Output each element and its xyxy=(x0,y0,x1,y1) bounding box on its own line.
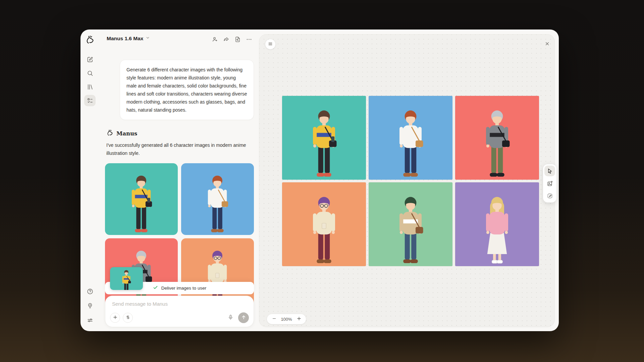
input-toolbar xyxy=(110,312,249,323)
generated-image-boy-gray-vest[interactable] xyxy=(455,96,539,180)
sidebar-item-whats-new[interactable] xyxy=(84,300,96,311)
help-icon xyxy=(87,288,94,295)
manus-logo xyxy=(106,129,113,136)
ellipsis-icon xyxy=(246,36,252,43)
generated-image-boy-yellow-jacket[interactable] xyxy=(282,96,366,180)
image-plus-icon xyxy=(547,180,553,187)
person-plus-icon xyxy=(212,36,218,43)
canvas-panel: 100% xyxy=(259,34,555,327)
sidebar-item-search[interactable] xyxy=(84,67,96,79)
generated-image-girl-white-shirt[interactable] xyxy=(369,96,452,180)
message-input[interactable]: Send message to Manus xyxy=(112,301,168,307)
attach-button[interactable] xyxy=(110,313,120,323)
assistant-name: Manus xyxy=(116,130,137,137)
canvas-close-button[interactable] xyxy=(542,40,552,49)
zoom-control: 100% xyxy=(267,314,306,324)
more-button[interactable] xyxy=(245,35,253,43)
chat-image-girl-white-shirt[interactable] xyxy=(181,163,254,235)
check-icon xyxy=(153,285,158,290)
canvas-menu-button[interactable] xyxy=(265,39,275,49)
library-icon xyxy=(87,83,94,90)
invite-button[interactable] xyxy=(211,35,219,43)
cursor-icon xyxy=(547,168,553,174)
tools-button[interactable] xyxy=(123,313,133,323)
manus-app-window: Manus 1.6 Max Generate 6 different chara… xyxy=(80,29,559,331)
generated-image-grid xyxy=(282,96,539,266)
plus-icon xyxy=(112,314,118,320)
tool-select-button[interactable] xyxy=(544,166,555,176)
session-model-dropdown[interactable]: Manus 1.6 Max xyxy=(107,35,150,42)
tasks-icon xyxy=(87,97,94,104)
tune-icon xyxy=(125,314,131,320)
share-button[interactable] xyxy=(222,35,230,43)
sidebar-footer xyxy=(84,286,96,326)
chat-image-boy-yellow-jacket[interactable] xyxy=(105,163,178,235)
generated-image-girl-pink-sweater[interactable] xyxy=(455,182,539,266)
generated-image-boy-beige-cardigan[interactable] xyxy=(369,182,452,266)
compose-icon xyxy=(87,56,94,63)
zoom-out-button[interactable] xyxy=(271,316,277,322)
sidebar-nav xyxy=(84,54,96,106)
tool-edit-image-button[interactable] xyxy=(544,190,555,201)
close-icon xyxy=(544,41,550,47)
sidebar xyxy=(80,29,99,331)
plus-icon xyxy=(296,316,302,321)
voice-input-button[interactable] xyxy=(226,313,235,322)
sliders-icon xyxy=(87,317,94,324)
minus-icon xyxy=(272,316,277,321)
view-files-button[interactable] xyxy=(233,35,241,43)
chevron-down-icon xyxy=(145,35,150,40)
assistant-reply-text: I've successfully generated all 6 charac… xyxy=(106,141,261,157)
file-search-icon xyxy=(234,36,241,43)
sidebar-item-library[interactable] xyxy=(84,81,96,93)
search-icon xyxy=(87,70,94,77)
zoom-in-button[interactable] xyxy=(296,316,302,322)
bulb-icon xyxy=(87,302,94,309)
user-message-text: Generate 6 different character images wi… xyxy=(126,66,247,114)
sidebar-item-new-task[interactable] xyxy=(84,54,96,65)
hamburger-icon xyxy=(268,41,273,47)
tool-add-image-button[interactable] xyxy=(544,178,555,189)
session-title: Manus 1.6 Max xyxy=(107,36,143,42)
zoom-level: 100% xyxy=(280,317,292,322)
sidebar-item-tasks[interactable] xyxy=(84,95,96,106)
canvas-toolbar xyxy=(543,164,556,202)
generated-image-girl-purple-bob[interactable] xyxy=(282,182,366,266)
arrow-up-icon xyxy=(241,314,247,320)
deliver-status-label: Deliver images to user xyxy=(161,286,206,291)
message-input-container: Send message to Manus xyxy=(105,296,254,327)
delivered-image-thumbnail[interactable] xyxy=(110,267,143,290)
assistant-header: Manus xyxy=(106,129,137,138)
manus-logo[interactable] xyxy=(84,34,96,46)
send-button[interactable] xyxy=(238,312,249,323)
mic-icon xyxy=(227,314,234,320)
sidebar-item-help[interactable] xyxy=(84,286,96,297)
user-message-bubble: Generate 6 different character images wi… xyxy=(120,60,254,120)
edit-selection-icon xyxy=(547,193,553,199)
share-icon xyxy=(223,36,229,43)
sidebar-item-preferences[interactable] xyxy=(84,314,96,326)
chat-header-actions xyxy=(211,35,253,43)
manus-logo xyxy=(85,35,95,45)
